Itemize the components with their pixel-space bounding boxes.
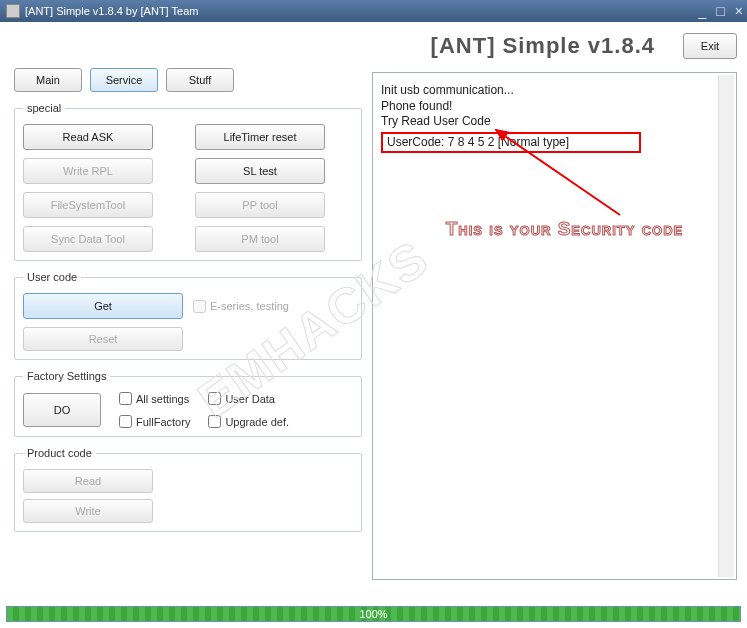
product-write-button: Write	[23, 499, 153, 523]
progress-label: 100%	[359, 608, 387, 620]
maximize-icon[interactable]: □	[716, 3, 724, 19]
upgrade-def-checkbox[interactable]: Upgrade def.	[208, 415, 353, 428]
usercode-highlight: UserCode: 7 8 4 5 2 [Normal type]	[381, 132, 641, 154]
read-ask-button[interactable]: Read ASK	[23, 124, 153, 150]
all-settings-checkbox[interactable]: All settings	[119, 392, 190, 405]
eseries-checkbox: E-series, testing	[193, 300, 289, 313]
lifetimer-reset-button[interactable]: LifeTimer reset	[195, 124, 325, 150]
group-factory: Factory Settings All settings User Data …	[14, 370, 362, 437]
get-button[interactable]: Get	[23, 293, 183, 319]
group-product-code: Product code Read Write	[14, 447, 362, 532]
progress-bar: 100%	[6, 606, 741, 622]
log-line: Try Read User Code	[381, 114, 728, 130]
legend-product: Product code	[23, 447, 96, 459]
scrollbar[interactable]	[718, 75, 734, 577]
window-title: [ANT] Simple v1.8.4 by [ANT] Team	[25, 5, 198, 17]
pp-tool-button: PP tool	[195, 192, 325, 218]
tab-stuff[interactable]: Stuff	[166, 68, 234, 92]
write-rpl-button: Write RPL	[23, 158, 153, 184]
reset-button: Reset	[23, 327, 183, 351]
log-line: Phone found!	[381, 99, 728, 115]
product-read-button: Read	[23, 469, 153, 493]
log-line: Init usb communication...	[381, 83, 728, 99]
user-data-checkbox[interactable]: User Data	[208, 392, 353, 405]
group-special: special Read ASK LifeTimer reset Write R…	[14, 102, 362, 261]
legend-factory: Factory Settings	[23, 370, 110, 382]
app-title: [ANT] Simple v1.8.4	[431, 33, 655, 59]
close-icon[interactable]: ×	[735, 3, 743, 19]
legend-special: special	[23, 102, 65, 114]
fullfactory-checkbox[interactable]: FullFactory	[119, 415, 190, 428]
tab-main[interactable]: Main	[14, 68, 82, 92]
tab-service[interactable]: Service	[90, 68, 158, 92]
do-button[interactable]: DO	[23, 393, 101, 427]
minimize-icon[interactable]: _	[699, 3, 707, 19]
app-icon	[6, 4, 20, 18]
annotation-text: This is your Security code	[390, 218, 739, 240]
right-panel: [ANT] Simple v1.8.4 Exit Init usb commun…	[370, 22, 747, 602]
left-panel: Main Service Stuff special Read ASK Life…	[0, 22, 370, 602]
log-usercode: UserCode: 7 8 4 5 2 [Normal type]	[387, 135, 569, 149]
sl-test-button[interactable]: SL test	[195, 158, 325, 184]
exit-button[interactable]: Exit	[683, 33, 737, 59]
title-bar: [ANT] Simple v1.8.4 by [ANT] Team _ □ ×	[0, 0, 747, 22]
filesystem-tool-button: FileSystemTool	[23, 192, 153, 218]
log-output: Init usb communication... Phone found! T…	[372, 72, 737, 580]
pm-tool-button: PM tool	[195, 226, 325, 252]
group-usercode: User code Get E-series, testing Reset	[14, 271, 362, 360]
legend-usercode: User code	[23, 271, 81, 283]
sync-data-tool-button: Sync Data Tool	[23, 226, 153, 252]
